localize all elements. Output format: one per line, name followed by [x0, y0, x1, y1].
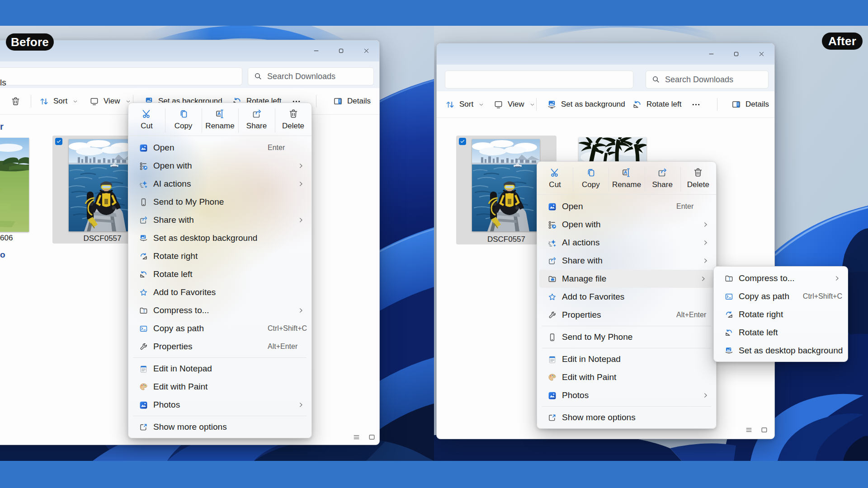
toolbar-set-as-background-button[interactable]: Set as background	[547, 91, 625, 117]
toolbar-view-button[interactable]: View	[493, 91, 535, 117]
phone-icon	[139, 197, 148, 207]
close-button[interactable]	[758, 51, 765, 57]
menu-item-add-to-favorites[interactable]: Add to Favorites	[537, 288, 716, 306]
share-label: Share	[246, 122, 267, 131]
menu-item-photos[interactable]: Photos	[537, 386, 716, 404]
file-item-golf[interactable]	[0, 138, 29, 232]
menu-item-label: Share with	[562, 256, 710, 266]
rename-button[interactable]: Rename	[609, 162, 644, 194]
menu-item-rotate-right[interactable]: Rotate right	[714, 305, 848, 324]
menu-separator	[133, 357, 307, 358]
menu-item-open-with[interactable]: Open with	[537, 216, 716, 234]
details-icon	[333, 96, 343, 107]
command-toolbar: SortViewSet as backgroundRotate leftDeta…	[437, 91, 774, 118]
copy-label: Copy	[582, 180, 600, 189]
cut-label: Cut	[141, 122, 152, 131]
address-bar[interactable]	[445, 70, 633, 89]
menu-item-share-with[interactable]: Share with	[537, 252, 716, 270]
search-placeholder: Search Downloads	[665, 75, 733, 84]
comparison-canvas: lsSearch DownloadsSortViewSet as backgro…	[0, 0, 868, 488]
menu-item-send-to-my-phone[interactable]: Send to My Phone	[537, 328, 716, 346]
toolbar-label: View	[104, 97, 120, 106]
menu-item-properties[interactable]: PropertiesAlt+Enter	[537, 306, 716, 324]
menu-item-edit-with-paint[interactable]: Edit with Paint	[128, 378, 311, 396]
menu-item-rotate-right[interactable]: Rotate right	[128, 247, 311, 265]
window-titlebar[interactable]	[437, 43, 774, 65]
toolbar-view-button[interactable]: View	[89, 88, 131, 114]
menu-item-share-with[interactable]: Share with	[128, 211, 311, 229]
menu-item-send-to-my-phone[interactable]: Send to My Phone	[128, 193, 311, 211]
selection-checkbox[interactable]	[459, 138, 466, 145]
menu-item-open[interactable]: OpenEnter	[128, 139, 311, 157]
rotr-icon	[139, 252, 148, 261]
toolbar-details-button[interactable]: Details	[731, 91, 769, 117]
toolbar-delete-button[interactable]	[10, 88, 21, 114]
after-screenshot: Search DownloadsSortViewSet as backgroun…	[434, 26, 868, 461]
cut-icon	[550, 167, 561, 178]
toolbar-sort-button[interactable]: Sort	[445, 91, 484, 117]
minimize-button[interactable]	[313, 47, 320, 54]
menu-item-photos[interactable]: Photos	[128, 396, 311, 414]
menu-item-set-as-desktop-background[interactable]: Set as desktop background	[714, 342, 848, 360]
menu-item-copy-as-path[interactable]: Copy as pathCtrl+Shift+C	[714, 287, 848, 305]
notepad-icon	[547, 355, 557, 364]
menu-item-compress-to[interactable]: Compress to...	[128, 301, 311, 319]
menu-item-copy-as-path[interactable]: Copy as pathCtrl+Shift+C	[128, 319, 311, 338]
rename-button[interactable]: Rename	[202, 103, 238, 136]
toolbar-label: Details	[745, 100, 769, 109]
menu-item-ai-actions[interactable]: AI actions	[128, 175, 311, 193]
minimize-button[interactable]	[708, 51, 715, 57]
managefile-icon	[547, 274, 557, 284]
menu-item-icon	[547, 391, 557, 400]
menu-item-set-as-desktop-background[interactable]: Set as desktop background	[128, 229, 311, 247]
menu-item-show-more-options[interactable]: Show more options	[128, 418, 311, 436]
maximize-icon	[733, 51, 740, 57]
thumbnail-view-toggle[interactable]	[760, 426, 768, 436]
delete-button[interactable]: Delete	[275, 103, 311, 136]
menu-item-edit-in-notepad[interactable]: Edit in Notepad	[128, 360, 311, 378]
share-button[interactable]: Share	[238, 103, 275, 136]
window-titlebar[interactable]	[0, 40, 379, 61]
menu-item-ai-actions[interactable]: AI actions	[537, 234, 716, 252]
toolbar-sort-button[interactable]: Sort	[39, 88, 78, 114]
list-view-toggle[interactable]	[745, 426, 753, 436]
menu-item-icon	[724, 292, 734, 301]
menu-item-properties[interactable]: PropertiesAlt+Enter	[128, 338, 311, 356]
menu-item-label: Edit in Notepad	[153, 364, 305, 374]
menu-item-rotate-left[interactable]: Rotate left	[714, 324, 848, 342]
menu-item-add-to-favorites[interactable]: Add to Favorites	[128, 283, 311, 301]
menu-item-rotate-left[interactable]: Rotate left	[128, 265, 311, 283]
menu-item-icon	[139, 288, 148, 297]
close-button[interactable]	[363, 47, 370, 54]
group-header-fragment: r	[0, 122, 4, 132]
menu-item-shortcut: Enter	[676, 202, 693, 211]
menu-item-open[interactable]: OpenEnter	[537, 197, 716, 216]
maximize-button[interactable]	[338, 47, 344, 54]
menu-item-icon	[547, 202, 557, 211]
delete-button[interactable]: Delete	[680, 162, 716, 194]
copy-button[interactable]: Copy	[573, 162, 609, 194]
copy-button[interactable]: Copy	[165, 103, 202, 136]
share-button[interactable]: Share	[645, 162, 680, 194]
search-input[interactable]: Search Downloads	[646, 70, 769, 89]
menu-item-open-with[interactable]: Open with	[128, 157, 311, 175]
toolbar-details-button[interactable]: Details	[333, 88, 371, 114]
toolbar-more-button[interactable]	[691, 91, 701, 117]
menu-item-edit-with-paint[interactable]: Edit with Paint	[537, 368, 716, 386]
thumbnail-view-toggle[interactable]	[368, 433, 376, 443]
selection-checkbox[interactable]	[55, 138, 62, 145]
search-input[interactable]: Search Downloads	[248, 67, 374, 85]
cut-button[interactable]: Cut	[537, 162, 573, 194]
address-bar[interactable]: ls	[0, 67, 242, 85]
maximize-button[interactable]	[733, 51, 740, 57]
copy-label: Copy	[175, 122, 193, 131]
cut-button[interactable]: Cut	[128, 103, 165, 136]
menu-item-edit-in-notepad[interactable]: Edit in Notepad	[537, 350, 716, 368]
search-placeholder: Search Downloads	[267, 72, 335, 81]
menu-item-show-more-options[interactable]: Show more options	[537, 408, 716, 427]
list-view-toggle[interactable]	[353, 433, 360, 443]
toolbar-rotate-left-button[interactable]: Rotate left	[632, 91, 682, 117]
menu-item-chevron	[702, 221, 709, 228]
menu-item-compress-to[interactable]: Compress to...	[714, 269, 848, 287]
menu-item-manage-file[interactable]: Manage file	[539, 270, 714, 288]
